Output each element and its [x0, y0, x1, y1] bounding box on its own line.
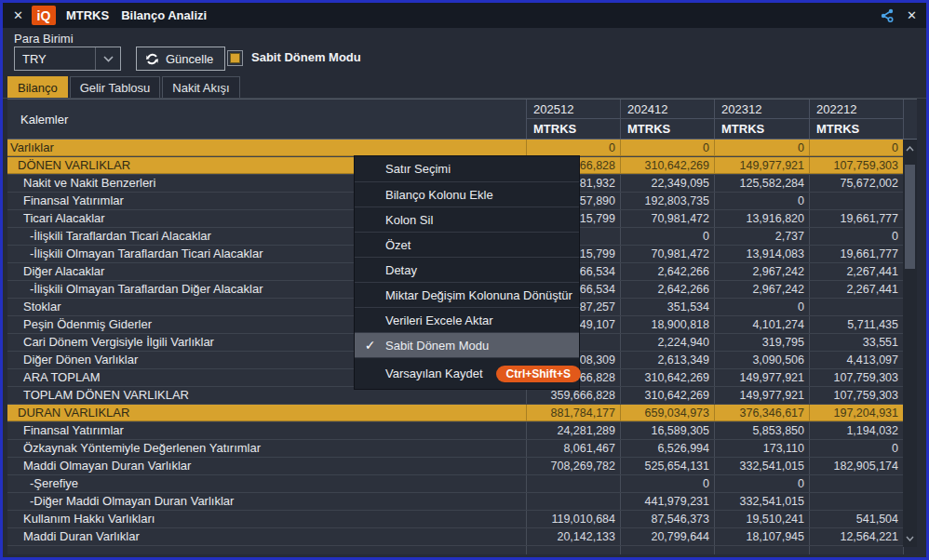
period-label: 202412	[621, 100, 714, 119]
value-cell	[810, 546, 904, 554]
value-cell: 75,672,002	[810, 175, 904, 192]
ticker-label: MTRKS	[621, 119, 714, 139]
table-row[interactable]: -Şerefiye00	[7, 475, 904, 493]
value-cell: 351,534	[621, 299, 715, 315]
value-cell: 13,914,083	[715, 246, 810, 262]
close-window-icon[interactable]: ✕	[907, 8, 917, 22]
value-cell: 0	[810, 440, 904, 457]
menu-item-3[interactable]: Özet	[355, 232, 579, 257]
value-cell	[715, 546, 810, 554]
value-cell: 16,589,305	[621, 422, 715, 439]
value-cell: 5,853,850	[715, 422, 810, 439]
value-cell: 310,642,269	[621, 387, 715, 404]
share-icon[interactable]	[880, 8, 895, 23]
value-cell	[810, 475, 904, 492]
scrollbar-thumb[interactable]	[905, 165, 915, 269]
value-cell: 3,090,506	[715, 352, 810, 368]
scroll-up-icon[interactable]	[903, 140, 917, 156]
table-row[interactable]: Kullanım Hakkı Varlıkları119,010,68487,5…	[7, 511, 904, 528]
context-menu: Satır SeçimiBilanço Kolonu EkleKolon Sil…	[354, 155, 580, 390]
period-column-header[interactable]: 202512MTRKS	[527, 100, 621, 139]
value-cell: 1,194,032	[810, 422, 904, 439]
value-cell: 310,642,269	[621, 157, 715, 174]
checkbox-checked-mark	[231, 54, 239, 62]
currency-select[interactable]: TRY	[14, 47, 121, 71]
menu-item-label: Özet	[385, 238, 411, 252]
value-cell: 173,110	[715, 440, 810, 457]
fixed-period-checkbox[interactable]	[227, 50, 243, 66]
value-cell	[527, 493, 621, 510]
value-cell: 24,281,289	[527, 422, 621, 439]
table-row[interactable]: DURAN VARLIKLAR881,784,177659,034,973376…	[7, 405, 904, 422]
menu-item-label: Sabit Dönem Modu	[385, 339, 489, 353]
period-column-header[interactable]: 202412MTRKS	[621, 100, 715, 139]
value-cell: 0	[810, 140, 904, 156]
period-column-header[interactable]: 202212MTRKS	[810, 100, 904, 139]
table-row-partial[interactable]	[7, 546, 904, 554]
value-cell	[810, 493, 904, 510]
table-row[interactable]: Finansal Yatırımlar24,281,28916,589,3055…	[7, 422, 904, 440]
close-icon[interactable]: ✕	[13, 3, 23, 28]
value-cell: 376,346,617	[715, 405, 810, 421]
menu-item-1[interactable]: Bilanço Kolonu Ekle	[355, 181, 579, 207]
menu-item-6[interactable]: Verileri Excele Aktar	[355, 307, 579, 332]
value-cell: 18,107,945	[715, 528, 810, 545]
refresh-icon	[145, 52, 159, 66]
menu-item-8[interactable]: Varsayılan KaydetCtrl+Shift+S	[355, 357, 579, 389]
row-label: Kullanım Hakkı Varlıkları	[7, 511, 527, 527]
menu-item-2[interactable]: Kolon Sil	[355, 207, 579, 232]
value-cell: 0	[621, 475, 715, 492]
menu-item-7[interactable]: ✓Sabit Dönem Modu	[355, 332, 579, 357]
tab-bar: BilançoGelir TablosuNakit Akışı	[3, 76, 926, 99]
value-cell: 0	[715, 193, 810, 209]
table-row[interactable]: Maddi Duran Varlıklar20,142,13320,799,64…	[7, 528, 904, 546]
menu-item-label: Verileri Excele Aktar	[385, 313, 493, 327]
value-cell: 0	[621, 228, 715, 245]
value-cell: 319,795	[715, 334, 810, 351]
value-cell: 33,551	[810, 334, 904, 351]
fixed-period-checkbox-label: Sabit Dönem Modu	[251, 50, 361, 64]
table-header: Kalemler 202512MTRKS202412MTRKS202312MTR…	[7, 99, 917, 140]
period-label: 202312	[715, 100, 809, 119]
value-cell: 8,061,467	[527, 440, 621, 457]
value-cell: 525,654,131	[621, 458, 715, 474]
value-cell: 881,784,177	[527, 405, 621, 421]
menu-item-4[interactable]: Detay	[355, 257, 579, 282]
vertical-scrollbar[interactable]	[903, 140, 917, 547]
menu-item-label: Varsayılan Kaydet	[385, 367, 483, 380]
value-cell	[810, 299, 904, 315]
value-cell: 119,010,684	[527, 511, 621, 527]
tab-0[interactable]: Bilanço	[7, 76, 68, 98]
update-button[interactable]: Güncelle	[136, 47, 225, 71]
update-button-label: Güncelle	[166, 52, 213, 66]
table-row[interactable]: Maddi Olmayan Duran Varlıklar708,269,782…	[7, 458, 904, 475]
table-row[interactable]: -Diğer Maddi Olmayan Duran Varlıklar441,…	[7, 493, 904, 511]
tab-1[interactable]: Gelir Tablosu	[70, 76, 161, 98]
value-cell: 441,979,231	[621, 493, 715, 510]
menu-item-label: Miktar Değişim Kolonuna Dönüştür	[385, 288, 572, 302]
ticker-label: MTRKS	[527, 119, 620, 139]
value-cell: 0	[715, 299, 810, 315]
value-cell	[621, 546, 715, 554]
tab-2[interactable]: Nakit Akışı	[162, 76, 239, 98]
value-cell: 19,661,777	[810, 246, 904, 262]
chevron-down-icon[interactable]	[95, 47, 120, 70]
menu-item-0[interactable]: Satır Seçimi	[355, 156, 579, 181]
currency-label: Para Birimi	[14, 32, 74, 46]
table-row[interactable]: Özkaynak Yöntemiyle Değerlenen Yatırımla…	[7, 440, 904, 458]
value-cell: 2,642,266	[621, 263, 715, 280]
value-cell: 0	[810, 228, 904, 245]
menu-item-label: Satır Seçimi	[385, 162, 451, 176]
value-cell: 4,101,274	[715, 316, 810, 333]
menu-item-5[interactable]: Miktar Değişim Kolonuna Dönüştür	[355, 282, 579, 307]
period-column-header[interactable]: 202312MTRKS	[715, 100, 810, 139]
row-label: -Şerefiye	[7, 475, 527, 492]
app-window: ✕ iQ MTRKS Bilanço Analizi ✕ Para Birimi…	[0, 0, 929, 560]
value-cell: 107,759,303	[810, 369, 904, 386]
value-cell: 659,034,973	[621, 405, 715, 421]
items-column-header[interactable]: Kalemler	[7, 100, 527, 139]
value-cell: 12,564,221	[810, 528, 904, 545]
menu-item-label: Kolon Sil	[385, 213, 433, 227]
scroll-down-icon[interactable]	[903, 530, 917, 546]
window-title: Bilanço Analizi	[121, 8, 207, 22]
